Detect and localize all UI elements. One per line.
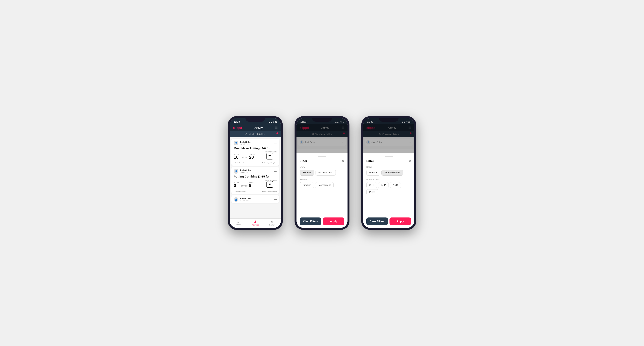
shots-value-2: 9 (249, 183, 254, 188)
apply-btn-3[interactable]: Apply (390, 217, 411, 225)
drills-label-3: Practice Drills (366, 178, 411, 181)
status-icons-1: ▲▲ ▾ 31 (268, 121, 277, 123)
card-footer-2: ℹ Test Information Data: Clippd Capture (234, 189, 277, 192)
filter-icon-1: ⚙ (245, 133, 248, 136)
notch-1 (246, 116, 265, 122)
stats-row-1: Score 10 OUT OF Shots 20 Shot Quality 75 (234, 151, 277, 160)
drills-buttons-3: OTT APP ARG PUTT (366, 182, 411, 195)
sheet-handle-3 (385, 156, 393, 157)
shots-value-1: 20 (249, 155, 254, 160)
score-value-2: 0 (234, 183, 239, 188)
user-date-2: 28 Feb 2023 (240, 172, 251, 173)
activities-label-1: Activities (252, 224, 259, 226)
user-name-2: Josh Coles (240, 169, 251, 172)
user-date-3: 28 Feb 2023 (240, 200, 251, 202)
hamburger-icon-1[interactable]: ☰ (275, 126, 278, 130)
phones-container: 11:33 ▲▲ ▾ 31 clippd Activity ☰ ⚙ Viewin… (228, 116, 416, 230)
viewing-bar-1[interactable]: ⚙ Viewing Activities (230, 131, 281, 137)
sheet-title-2: Filter (300, 160, 307, 163)
user-date-1: 28 Feb 2023 (240, 143, 251, 145)
header-title-1: Activity (254, 126, 262, 129)
out-of-1: OUT OF (241, 157, 248, 159)
practice-drills-btn-2[interactable]: Practice Drills (316, 170, 336, 175)
shot-quality-label-1: Shot Quality (265, 151, 277, 153)
info-icon-2: ℹ (234, 190, 234, 192)
activity-card-3: 👤 Josh Coles 28 Feb 2023 ••• (231, 195, 279, 203)
card-title-1: Must Make Putting (3-6 ft) (234, 147, 277, 150)
score-stat-1: Score 10 (234, 154, 239, 160)
show-buttons-2: Rounds Practice Drills (300, 170, 344, 175)
shot-quality-badge-1: 75 (266, 153, 273, 160)
shot-quality-stat-2: Shot Quality 45 (265, 179, 277, 188)
sheet-header-2: Filter ✕ (300, 159, 344, 163)
ott-btn-3[interactable]: OTT (366, 182, 377, 188)
viewing-bar-text-1: Viewing Activities (248, 133, 265, 135)
shots-stat-1: Shots 20 (249, 154, 254, 160)
nav-home-1[interactable]: ⌂ Home (230, 220, 247, 226)
sheet-footer-2: Clear Filters Apply (300, 217, 344, 225)
activity-card-2: 👤 Josh Coles 28 Feb 2023 ••• Putting Com… (231, 167, 279, 194)
more-btn-3[interactable]: ••• (274, 198, 277, 201)
close-btn-2[interactable]: ✕ (342, 159, 344, 163)
stats-row-2: Score 0 OUT OF Shots 9 Shot Quality 45 (234, 179, 277, 188)
score-stat-2: Score 0 (234, 182, 239, 188)
arg-btn-3[interactable]: ARG (390, 182, 401, 188)
status-time-1: 11:33 (234, 121, 240, 123)
apply-btn-2[interactable]: Apply (323, 217, 344, 225)
activities-icon-1: ♟ (254, 220, 257, 223)
nav-capture-1[interactable]: ⊕ Capture (264, 220, 281, 226)
user-info-2: 👤 Josh Coles 28 Feb 2023 (234, 169, 251, 173)
capture-icon-1: ⊕ (271, 220, 274, 223)
shot-quality-badge-2: 45 (266, 181, 273, 188)
clear-filters-btn-3[interactable]: Clear Filters (366, 217, 388, 225)
clear-filters-btn-2[interactable]: Clear Filters (300, 217, 321, 225)
nav-activities-1[interactable]: ♟ Activities (247, 220, 264, 226)
more-btn-2[interactable]: ••• (274, 170, 277, 173)
sheet-header-3: Filter ✕ (366, 159, 411, 163)
shots-stat-2: Shots 9 (249, 182, 254, 188)
filter-overlay-2: Filter ✕ Show Rounds Practice Drills Rou… (296, 118, 348, 228)
more-btn-1[interactable]: ••• (274, 142, 277, 145)
practice-drills-btn-3[interactable]: Practice Drills (382, 170, 403, 175)
avatar-2: 👤 (234, 169, 238, 173)
home-icon-1: ⌂ (238, 220, 240, 223)
phone-1: 11:33 ▲▲ ▾ 31 clippd Activity ☰ ⚙ Viewin… (228, 116, 283, 230)
activity-card-1: 👤 Josh Coles 28 Feb 2023 ••• Must Make P… (231, 139, 279, 166)
tournament-btn-2[interactable]: Tournament (315, 182, 334, 188)
rounds-btn-2[interactable]: Rounds (300, 170, 314, 175)
card-footer-1: ℹ Test Information Data: Clippd Capture (234, 161, 277, 164)
rounds-label-2: Rounds (300, 178, 344, 181)
practice-btn-2[interactable]: Practice (300, 182, 314, 188)
score-value-1: 10 (234, 155, 239, 160)
card-header-2: 👤 Josh Coles 28 Feb 2023 ••• (234, 169, 277, 173)
rounds-btn-3[interactable]: Rounds (366, 170, 380, 175)
sheet-footer-3: Clear Filters Apply (366, 217, 411, 225)
content-1: 👤 Josh Coles 28 Feb 2023 ••• Must Make P… (230, 137, 281, 218)
bottom-nav-1: ⌂ Home ♟ Activities ⊕ Capture (230, 218, 281, 228)
rounds-buttons-2: Practice Tournament (300, 182, 344, 188)
out-of-2: OUT OF (241, 185, 248, 187)
red-dot-1 (276, 133, 278, 134)
wifi-icon: ▾ (273, 121, 274, 123)
home-label-1: Home (236, 224, 240, 226)
signal-icon: ▲▲ (268, 121, 272, 123)
app-btn-3[interactable]: APP (378, 182, 389, 188)
user-details-3: Josh Coles 28 Feb 2023 (240, 197, 251, 202)
user-details-2: Josh Coles 28 Feb 2023 (240, 169, 251, 173)
close-btn-3[interactable]: ✕ (408, 159, 411, 163)
info-icon-1: ℹ (234, 162, 234, 164)
show-label-3: Show (366, 166, 411, 168)
card-header-3: 👤 Josh Coles 28 Feb 2023 ••• (234, 197, 277, 202)
sheet-handle-2 (318, 156, 326, 157)
user-details-1: Josh Coles 28 Feb 2023 (240, 141, 251, 145)
footer-right-1: Data: Clippd Capture (262, 162, 277, 164)
shot-quality-stat-1: Shot Quality 75 (265, 151, 277, 160)
shot-quality-label-2: Shot Quality (265, 179, 277, 181)
user-info-3: 👤 Josh Coles 28 Feb 2023 (234, 197, 251, 202)
user-name-1: Josh Coles (240, 141, 251, 143)
putt-btn-3[interactable]: PUTT (366, 189, 378, 195)
sheet-title-3: Filter (366, 160, 374, 163)
phone-2: 11:33 ▲▲ ▾ 31 clippd Activity ☰ ⚙ Viewin… (294, 116, 350, 230)
user-info-1: 👤 Josh Coles 28 Feb 2023 (234, 141, 251, 145)
filter-sheet-2: Filter ✕ Show Rounds Practice Drills Rou… (296, 154, 348, 228)
